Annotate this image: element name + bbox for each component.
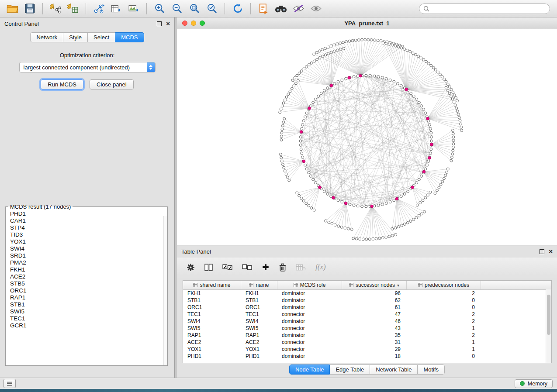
cell-name: RAP1 bbox=[241, 332, 277, 338]
zoom-selected-button[interactable] bbox=[204, 2, 220, 15]
export-image-button[interactable] bbox=[126, 2, 142, 15]
result-node[interactable]: CAR1 bbox=[10, 217, 167, 224]
table-toolbar: f(x) bbox=[177, 258, 557, 277]
table-row[interactable]: YOX1YOX1connector291 bbox=[183, 346, 551, 353]
maximize-window-button[interactable] bbox=[200, 21, 205, 26]
import-network-icon bbox=[50, 3, 61, 14]
result-node[interactable]: SWI5 bbox=[10, 308, 167, 315]
select-all-button[interactable] bbox=[222, 264, 232, 271]
search-input[interactable] bbox=[432, 5, 546, 12]
hide-selection-button[interactable] bbox=[291, 2, 306, 15]
cell-name: TEC1 bbox=[241, 311, 277, 317]
table-row[interactable]: FKH1FKH1dominator962 bbox=[183, 290, 551, 297]
result-node[interactable]: SWI4 bbox=[10, 245, 167, 252]
optimization-label: Optimization criterion: bbox=[0, 52, 174, 58]
result-node[interactable]: PMA2 bbox=[10, 259, 167, 266]
table-scrollbar[interactable] bbox=[546, 289, 551, 363]
table-row[interactable]: TEC1TEC1connector472 bbox=[183, 311, 551, 318]
deselect-all-button[interactable] bbox=[242, 264, 252, 271]
import-table-button[interactable] bbox=[65, 2, 81, 15]
export-table-button[interactable] bbox=[108, 2, 124, 15]
close-window-button[interactable] bbox=[182, 21, 187, 26]
share-document-button[interactable] bbox=[256, 2, 271, 15]
tab-mcds[interactable]: MCDS bbox=[115, 32, 144, 42]
cell-predecessor-nodes: 0 bbox=[407, 297, 481, 303]
scrollbar-thumb[interactable] bbox=[547, 295, 550, 335]
network-titlebar[interactable]: YPA_prune.txt_1 bbox=[177, 17, 557, 29]
cell-shared-name: STB1 bbox=[183, 297, 241, 303]
delete-row-button[interactable] bbox=[279, 263, 286, 272]
tab-motifs[interactable]: Motifs bbox=[418, 364, 445, 375]
zoom-out-button[interactable] bbox=[169, 2, 185, 15]
save-session-button[interactable] bbox=[22, 2, 38, 15]
column-header-shared-name[interactable]: shared name bbox=[183, 281, 241, 289]
tab-edge-table[interactable]: Edge Table bbox=[330, 364, 370, 375]
mcds-buttons-row: Run MCDS Close panel bbox=[0, 79, 174, 89]
task-history-button[interactable] bbox=[3, 379, 16, 388]
result-node[interactable]: STB1 bbox=[10, 301, 167, 308]
main-toolbar bbox=[0, 0, 557, 17]
tab-style[interactable]: Style bbox=[63, 32, 88, 42]
table-panel-title: Table Panel bbox=[181, 248, 211, 255]
tab-node-table[interactable]: Node Table bbox=[289, 364, 330, 375]
memory-button[interactable]: Memory bbox=[515, 379, 553, 388]
result-node[interactable]: PHD1 bbox=[10, 210, 167, 217]
cell-shared-name: FKH1 bbox=[183, 290, 241, 296]
result-node[interactable]: TID3 bbox=[10, 231, 167, 238]
table-row[interactable]: RAP1RAP1dominator352 bbox=[183, 332, 551, 339]
result-node[interactable]: ACE2 bbox=[10, 273, 167, 280]
tab-select[interactable]: Select bbox=[88, 32, 115, 42]
add-row-button[interactable] bbox=[262, 263, 270, 271]
run-mcds-button[interactable]: Run MCDS bbox=[41, 79, 83, 89]
close-panel-button[interactable]: Close panel bbox=[90, 79, 134, 89]
result-node[interactable]: TEC1 bbox=[10, 315, 167, 322]
table-row[interactable]: STB1STB1dominator620 bbox=[183, 297, 551, 304]
column-header-name[interactable]: name bbox=[241, 281, 277, 289]
open-session-button[interactable] bbox=[4, 2, 20, 15]
table-row[interactable]: SWI5SWI5connector431 bbox=[183, 325, 551, 332]
column-header-successor-nodes[interactable]: successor nodes▾ bbox=[342, 281, 407, 289]
zoom-fit-button[interactable] bbox=[187, 2, 202, 15]
import-network-button[interactable] bbox=[48, 2, 63, 15]
close-table-panel-icon[interactable]: × bbox=[549, 249, 553, 254]
result-node[interactable]: ORC1 bbox=[10, 287, 167, 294]
result-node[interactable]: STB5 bbox=[10, 280, 167, 287]
zoom-in-button[interactable] bbox=[152, 2, 167, 15]
cell-successor-nodes: 47 bbox=[342, 311, 407, 317]
cell-MCDS-role: dominator bbox=[277, 332, 342, 338]
close-control-panel-icon[interactable]: × bbox=[166, 21, 170, 26]
delete-table-button[interactable] bbox=[296, 264, 306, 271]
cell-successor-nodes: 31 bbox=[342, 339, 407, 345]
table-row[interactable]: ORC1ORC1dominator610 bbox=[183, 304, 551, 311]
result-node[interactable]: YOX1 bbox=[10, 238, 167, 245]
network-canvas[interactable] bbox=[177, 29, 556, 245]
show-selection-button[interactable] bbox=[308, 2, 324, 15]
export-network-button[interactable] bbox=[91, 2, 107, 15]
minimize-window-button[interactable] bbox=[191, 21, 196, 26]
zoom-out-icon bbox=[172, 3, 183, 14]
apply-layout-button[interactable] bbox=[230, 2, 246, 15]
column-header-predecessor-nodes[interactable]: predecessor nodes bbox=[407, 281, 481, 289]
search-icon bbox=[423, 6, 429, 12]
result-node[interactable]: RAP1 bbox=[10, 294, 167, 301]
result-node[interactable]: GCR1 bbox=[10, 322, 167, 329]
result-node[interactable]: FKH1 bbox=[10, 266, 167, 273]
tab-network[interactable]: Network bbox=[30, 32, 63, 42]
result-scrollbar[interactable] bbox=[163, 216, 167, 365]
table-row[interactable]: SWI4SWI4dominator462 bbox=[183, 318, 551, 325]
function-builder-button[interactable]: f(x) bbox=[315, 263, 326, 272]
result-node[interactable]: STP4 bbox=[10, 224, 167, 231]
result-node[interactable]: SRD1 bbox=[10, 252, 167, 259]
table-row[interactable]: PHD1PHD1dominator180 bbox=[183, 353, 551, 360]
table-row[interactable]: ACE2ACE2connector311 bbox=[183, 339, 551, 346]
table-settings-button[interactable] bbox=[187, 263, 195, 272]
toolbar-separator bbox=[42, 3, 43, 14]
search-network-button[interactable] bbox=[273, 2, 289, 15]
search-box[interactable] bbox=[419, 3, 550, 14]
column-header-MCDS-role[interactable]: MCDS role bbox=[277, 281, 342, 289]
tab-network-table[interactable]: Network Table bbox=[370, 364, 418, 375]
float-table-panel-icon[interactable] bbox=[540, 249, 544, 254]
show-columns-button[interactable] bbox=[204, 264, 213, 271]
float-panel-icon[interactable] bbox=[157, 21, 162, 26]
optimization-dropdown[interactable]: largest connected component (undirected) bbox=[19, 62, 156, 72]
